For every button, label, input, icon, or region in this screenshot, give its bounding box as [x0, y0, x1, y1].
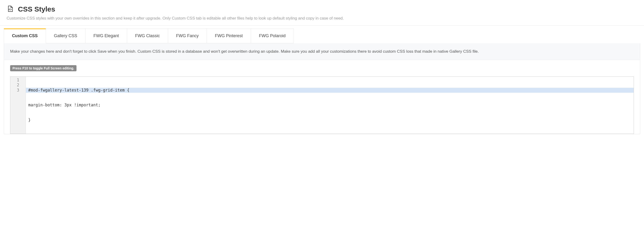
page-header: CSS Styles Customize CSS styles with you…: [0, 0, 644, 26]
tab-fwg-classic[interactable]: FWG Classic: [127, 28, 168, 43]
code-line[interactable]: #mod-fwgallery-latest-139 .fwg-grid-item…: [26, 88, 634, 93]
tabs-bar: Custom CSS Gallery CSS FWG Elegant FWG C…: [0, 28, 644, 43]
tab-panel: Make your changes here and don't forget …: [4, 43, 640, 134]
tab-fwg-polaroid[interactable]: FWG Polaroid: [251, 28, 294, 43]
fullscreen-hint-badge: Press F10 to toggle Full Screen editing.: [10, 65, 76, 71]
tab-custom-css[interactable]: Custom CSS: [4, 28, 46, 43]
code-line[interactable]: margin-bottom: 3px !important;: [26, 102, 634, 108]
page-title: CSS Styles: [18, 5, 55, 13]
line-number: 2: [10, 82, 26, 88]
line-number: 3: [10, 88, 26, 93]
info-box: Make your changes here and don't forget …: [4, 43, 640, 60]
tab-fwg-pinterest[interactable]: FWG Pinterest: [207, 28, 251, 43]
tab-gallery-css[interactable]: Gallery CSS: [46, 28, 86, 43]
line-number: 1: [10, 78, 26, 82]
tab-fwg-fancy[interactable]: FWG Fancy: [168, 28, 207, 43]
page-description: Customize CSS styles with your own overr…: [6, 16, 638, 21]
line-number-gutter: 1 2 3: [10, 77, 26, 134]
code-editor[interactable]: 1 2 3 #mod-fwgallery-latest-139 .fwg-gri…: [10, 76, 634, 134]
code-file-icon: [6, 5, 14, 13]
editor-area: Press F10 to toggle Full Screen editing.…: [4, 60, 640, 134]
code-content[interactable]: #mod-fwgallery-latest-139 .fwg-grid-item…: [26, 77, 634, 134]
tab-fwg-elegant[interactable]: FWG Elegant: [86, 28, 127, 43]
code-line[interactable]: }: [26, 118, 634, 122]
